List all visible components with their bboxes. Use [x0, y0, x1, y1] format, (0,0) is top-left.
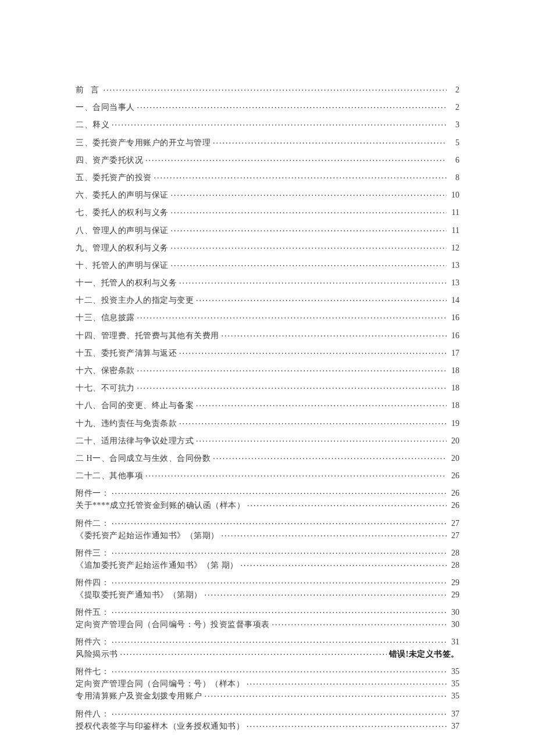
toc-entry[interactable]: 十八、合同的变更、终止与备案18 [76, 400, 459, 410]
toc-leader-dots [213, 453, 447, 461]
toc-entry[interactable]: 附件三：28 [76, 547, 459, 557]
toc-leader-dots [196, 435, 447, 443]
toc-entry-label: 附件六： [76, 638, 109, 646]
toc-entry[interactable]: 风险揭示书错误!未定义书签。 [76, 648, 459, 658]
toc-leader-dots [171, 260, 447, 268]
toc-entry[interactable]: 《委托资产起始运作通知书》（第期）27 [76, 530, 459, 540]
toc-entry-page: 10 [449, 191, 459, 199]
toc-leader-dots [196, 295, 447, 303]
toc-leader-dots [112, 488, 447, 496]
toc-entry[interactable]: 附件二：27 [76, 518, 459, 528]
toc-entry-page: 20 [449, 454, 459, 463]
toc-entry-page: 20 [449, 437, 459, 445]
toc-entry[interactable]: 九、管理人的权利与义务12 [76, 242, 459, 252]
toc-entry[interactable]: 二十、适用法律与争议处理方式20 [76, 435, 459, 445]
toc-entry-label: 二十、适用法律与争议处理方式 [76, 437, 194, 445]
toc-entry-label: 七、委托人的权利与义务 [76, 209, 169, 217]
toc-entry-page: 16 [449, 314, 459, 322]
toc-entry-page: 29 [449, 591, 459, 599]
toc-entry[interactable]: 四、资产委托状况6 [76, 155, 459, 164]
toc-leader-dots [241, 560, 447, 568]
toc-entry-label: 五、委托资产的投资 [76, 174, 152, 182]
toc-leader-dots [120, 648, 387, 657]
toc-entry[interactable]: 八、管理人的声明与保证11 [76, 225, 459, 235]
toc-entry[interactable]: 二、释义3 [76, 119, 459, 129]
toc-entry[interactable]: 附件五：30 [76, 607, 459, 617]
toc-entry-label: 八、管理人的声明与保证 [76, 227, 169, 235]
toc-entry[interactable]: 附件一：26 [76, 488, 459, 497]
toc-entry-label: 附件一： [76, 489, 109, 497]
toc-leader-dots [112, 518, 447, 526]
toc-leader-dots [205, 589, 447, 597]
toc-leader-dots [137, 312, 447, 320]
toc-entry-label: 四、资产委托状况 [76, 156, 143, 164]
toc-entry-label: 前 言 [76, 86, 101, 94]
toc-entry-label: 十九、违约责任与免责条款 [76, 420, 177, 428]
toc-entry-label: 十八、合同的变更、终止与备案 [76, 402, 194, 410]
toc-entry-page: 26 [449, 501, 459, 510]
toc-entry[interactable]: 十七、不可抗力18 [76, 382, 459, 392]
toc-entry-label: 十二、投资主办人的指定与变更 [76, 296, 194, 304]
toc-entry-page: 13 [449, 279, 459, 287]
toc-entry[interactable]: 七、委托人的权利与义务11 [76, 207, 459, 217]
toc-entry[interactable]: 定向资产管理合同（合同编号：号）（样本）35 [76, 678, 459, 688]
toc-entry[interactable]: 六、委托人的声明与保证10 [76, 189, 459, 199]
toc-entry-page: 17 [449, 349, 459, 357]
toc-entry-label: 定向资产管理合同（合同编号：号）（样本） [76, 680, 244, 688]
toc-entry[interactable]: 十六、保密条款18 [76, 365, 459, 375]
toc-leader-dots [179, 418, 447, 426]
toc-entry[interactable]: 二 H一、合同成立与生效、合同份数20 [76, 453, 459, 463]
toc-entry[interactable]: 五、委托资产的投资8 [76, 172, 459, 182]
toc-entry-page: 13 [449, 261, 459, 270]
toc-leader-dots [112, 636, 447, 644]
toc-entry[interactable]: 附件八：37 [76, 708, 459, 718]
toc-entry-label: 风险揭示书 [76, 650, 118, 658]
toc-entry[interactable]: 前 言2 [76, 84, 459, 94]
toc-entry[interactable]: 十二、投资主办人的指定与变更14 [76, 295, 459, 304]
toc-entry[interactable]: 十四、管理费、托管费与其他有关费用16 [76, 330, 459, 340]
toc-entry[interactable]: 一、合同当事人2 [76, 102, 459, 112]
toc-entry[interactable]: 《提取委托资产通知书》（第期）29 [76, 589, 459, 599]
toc-entry[interactable]: 十三、信息披露16 [76, 312, 459, 322]
toc-leader-dots [213, 137, 447, 145]
toc-leader-dots [137, 102, 447, 110]
toc-entry[interactable]: 专用清算账户及资金划拨专用账户35 [76, 690, 459, 700]
toc-entry-page: 35 [449, 692, 459, 700]
toc-entry[interactable]: 定向资产管理合同（合同编号：号）投资监督事项表30 [76, 619, 459, 629]
toc-entry-page: 12 [449, 244, 459, 252]
toc-entry[interactable]: 关于****成立托管资金到账的确认函（样本）26 [76, 500, 459, 510]
toc-entry[interactable]: 附件四：29 [76, 577, 459, 587]
toc-entry[interactable]: 授权代表签字与印鉴样木（业务授权通知书）37 [76, 721, 459, 730]
toc-entry[interactable]: 附件六：31 [76, 636, 459, 646]
toc-leader-dots [179, 277, 447, 285]
toc-entry-page: 30 [449, 621, 459, 629]
toc-entry-label: 《追加委托资产起始运作通知书》（第 期） [76, 561, 238, 569]
toc-entry-page: 3 [449, 121, 459, 129]
toc-entry[interactable]: 附件七：35 [76, 666, 459, 676]
toc-entry[interactable]: 十、托管人的声明与保证13 [76, 260, 459, 270]
toc-entry[interactable]: 三、委托资产专用账户的开立与管理5 [76, 137, 459, 147]
toc-entry[interactable]: 二十二、其他事项26 [76, 470, 459, 480]
toc-entry[interactable]: 《追加委托资产起始运作通知书》（第 期）28 [76, 560, 459, 569]
toc-entry-label: 十三、信息披露 [76, 314, 135, 322]
toc-leader-dots [137, 382, 447, 390]
toc-leader-dots [112, 119, 447, 127]
toc-entry[interactable]: 十九、违约责任与免责条款19 [76, 418, 459, 428]
toc-entry-label: 《提取委托资产通知书》（第期） [76, 591, 202, 599]
toc-entry-label: 十一、托管人的权利与义务 [76, 279, 177, 287]
toc-entry-label: 二、释义 [76, 121, 109, 129]
toc-entry-page: 29 [449, 579, 459, 587]
toc-entry[interactable]: 十一、托管人的权利与义务13 [76, 277, 459, 287]
toc-entry-label: 十七、不可抗力 [76, 384, 135, 392]
toc-entry-page: 2 [449, 103, 459, 112]
toc-entry-page: 37 [449, 722, 459, 730]
toc-entry-page: 26 [449, 489, 459, 497]
toc-entry-label: 专用清算账户及资金划拨专用账户 [76, 692, 202, 700]
toc-entry-label: 十、托管人的声明与保证 [76, 261, 169, 270]
toc-entry-page: 16 [449, 332, 459, 340]
toc-leader-dots [145, 470, 447, 478]
toc-entry-label: 附件二： [76, 519, 109, 528]
toc-entry[interactable]: 十五、委托资产清算与返还17 [76, 347, 459, 357]
toc-entry-label: 十四、管理费、托管费与其他有关费用 [76, 332, 219, 340]
toc-leader-dots [145, 155, 447, 163]
